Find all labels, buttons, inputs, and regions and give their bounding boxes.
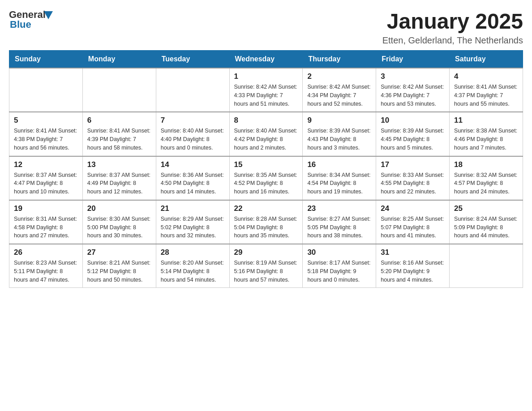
day-info: Sunrise: 8:30 AM Sunset: 5:00 PM Dayligh… xyxy=(87,215,151,240)
day-number: 10 xyxy=(381,116,445,125)
calendar-cell xyxy=(9,68,83,112)
day-info: Sunrise: 8:41 AM Sunset: 4:38 PM Dayligh… xyxy=(14,127,78,152)
title-section: January 2025 Etten, Gelderland, The Neth… xyxy=(382,9,523,46)
day-number: 23 xyxy=(307,204,371,213)
calendar-cell: 18Sunrise: 8:32 AM Sunset: 4:57 PM Dayli… xyxy=(450,156,523,200)
day-info: Sunrise: 8:31 AM Sunset: 4:58 PM Dayligh… xyxy=(14,215,78,240)
weekday-header-saturday: Saturday xyxy=(450,51,523,68)
day-info: Sunrise: 8:39 AM Sunset: 4:43 PM Dayligh… xyxy=(307,127,371,152)
page-header: General Blue January 2025 Etten, Gelderl… xyxy=(9,9,523,46)
weekday-header-tuesday: Tuesday xyxy=(156,51,229,68)
weekday-header-wednesday: Wednesday xyxy=(229,51,303,68)
calendar-cell xyxy=(450,244,523,288)
day-info: Sunrise: 8:32 AM Sunset: 4:57 PM Dayligh… xyxy=(454,171,518,196)
calendar-cell: 21Sunrise: 8:29 AM Sunset: 5:02 PM Dayli… xyxy=(156,200,229,244)
day-number: 30 xyxy=(307,248,371,257)
day-info: Sunrise: 8:20 AM Sunset: 5:14 PM Dayligh… xyxy=(161,259,225,284)
day-info: Sunrise: 8:24 AM Sunset: 5:09 PM Dayligh… xyxy=(454,215,518,240)
calendar-cell: 27Sunrise: 8:21 AM Sunset: 5:12 PM Dayli… xyxy=(82,244,156,288)
day-info: Sunrise: 8:29 AM Sunset: 5:02 PM Dayligh… xyxy=(161,215,225,240)
day-info: Sunrise: 8:41 AM Sunset: 4:39 PM Dayligh… xyxy=(87,127,151,152)
calendar-cell: 6Sunrise: 8:41 AM Sunset: 4:39 PM Daylig… xyxy=(82,112,156,156)
day-number: 27 xyxy=(87,248,151,257)
weekday-header-sunday: Sunday xyxy=(9,51,83,68)
day-number: 25 xyxy=(454,204,518,213)
logo: General Blue xyxy=(9,9,53,30)
weekday-header-row: SundayMondayTuesdayWednesdayThursdayFrid… xyxy=(9,51,523,68)
day-number: 3 xyxy=(381,72,445,81)
calendar-cell: 24Sunrise: 8:25 AM Sunset: 5:07 PM Dayli… xyxy=(376,200,450,244)
day-number: 2 xyxy=(307,72,371,81)
day-info: Sunrise: 8:37 AM Sunset: 4:47 PM Dayligh… xyxy=(14,171,78,196)
day-info: Sunrise: 8:40 AM Sunset: 4:42 PM Dayligh… xyxy=(234,127,298,152)
day-number: 9 xyxy=(307,116,371,125)
day-info: Sunrise: 8:42 AM Sunset: 4:34 PM Dayligh… xyxy=(307,83,371,108)
calendar-cell: 13Sunrise: 8:37 AM Sunset: 4:49 PM Dayli… xyxy=(82,156,156,200)
day-info: Sunrise: 8:38 AM Sunset: 4:46 PM Dayligh… xyxy=(454,127,518,152)
day-number: 6 xyxy=(87,116,151,125)
calendar-cell: 31Sunrise: 8:16 AM Sunset: 5:20 PM Dayli… xyxy=(376,244,450,288)
location-subtitle: Etten, Gelderland, The Netherlands xyxy=(382,35,523,46)
day-number: 12 xyxy=(14,160,78,169)
calendar-cell: 19Sunrise: 8:31 AM Sunset: 4:58 PM Dayli… xyxy=(9,200,83,244)
day-info: Sunrise: 8:33 AM Sunset: 4:55 PM Dayligh… xyxy=(381,171,445,196)
calendar-cell: 1Sunrise: 8:42 AM Sunset: 4:33 PM Daylig… xyxy=(229,68,303,112)
calendar-cell: 28Sunrise: 8:20 AM Sunset: 5:14 PM Dayli… xyxy=(156,244,229,288)
day-number: 28 xyxy=(161,248,225,257)
week-row-3: 12Sunrise: 8:37 AM Sunset: 4:47 PM Dayli… xyxy=(9,156,523,200)
day-info: Sunrise: 8:25 AM Sunset: 5:07 PM Dayligh… xyxy=(381,215,445,240)
calendar-cell: 16Sunrise: 8:34 AM Sunset: 4:54 PM Dayli… xyxy=(303,156,376,200)
week-row-2: 5Sunrise: 8:41 AM Sunset: 4:38 PM Daylig… xyxy=(9,112,523,156)
calendar-cell: 3Sunrise: 8:42 AM Sunset: 4:36 PM Daylig… xyxy=(376,68,450,112)
calendar-cell: 14Sunrise: 8:36 AM Sunset: 4:50 PM Dayli… xyxy=(156,156,229,200)
calendar-cell: 2Sunrise: 8:42 AM Sunset: 4:34 PM Daylig… xyxy=(303,68,376,112)
calendar-cell: 8Sunrise: 8:40 AM Sunset: 4:42 PM Daylig… xyxy=(229,112,303,156)
calendar-cell: 20Sunrise: 8:30 AM Sunset: 5:00 PM Dayli… xyxy=(82,200,156,244)
day-info: Sunrise: 8:39 AM Sunset: 4:45 PM Dayligh… xyxy=(381,127,445,152)
day-info: Sunrise: 8:40 AM Sunset: 4:40 PM Dayligh… xyxy=(161,127,225,152)
calendar-cell xyxy=(156,68,229,112)
calendar-cell: 9Sunrise: 8:39 AM Sunset: 4:43 PM Daylig… xyxy=(303,112,376,156)
day-number: 26 xyxy=(14,248,78,257)
day-number: 13 xyxy=(87,160,151,169)
weekday-header-friday: Friday xyxy=(376,51,450,68)
day-info: Sunrise: 8:23 AM Sunset: 5:11 PM Dayligh… xyxy=(14,259,78,284)
day-number: 4 xyxy=(454,72,518,81)
day-info: Sunrise: 8:27 AM Sunset: 5:05 PM Dayligh… xyxy=(307,215,371,240)
day-info: Sunrise: 8:21 AM Sunset: 5:12 PM Dayligh… xyxy=(87,259,151,284)
calendar-cell: 22Sunrise: 8:28 AM Sunset: 5:04 PM Dayli… xyxy=(229,200,303,244)
day-number: 17 xyxy=(381,160,445,169)
calendar-cell: 5Sunrise: 8:41 AM Sunset: 4:38 PM Daylig… xyxy=(9,112,83,156)
day-info: Sunrise: 8:17 AM Sunset: 5:18 PM Dayligh… xyxy=(307,259,371,284)
calendar-cell: 26Sunrise: 8:23 AM Sunset: 5:11 PM Dayli… xyxy=(9,244,83,288)
day-info: Sunrise: 8:41 AM Sunset: 4:37 PM Dayligh… xyxy=(454,83,518,108)
calendar-cell: 25Sunrise: 8:24 AM Sunset: 5:09 PM Dayli… xyxy=(450,200,523,244)
day-number: 11 xyxy=(454,116,518,125)
day-info: Sunrise: 8:16 AM Sunset: 5:20 PM Dayligh… xyxy=(381,259,445,284)
day-number: 5 xyxy=(14,116,78,125)
calendar-cell: 23Sunrise: 8:27 AM Sunset: 5:05 PM Dayli… xyxy=(303,200,376,244)
calendar-table: SundayMondayTuesdayWednesdayThursdayFrid… xyxy=(9,50,523,288)
day-number: 19 xyxy=(14,204,78,213)
day-number: 16 xyxy=(307,160,371,169)
day-number: 31 xyxy=(381,248,445,257)
day-info: Sunrise: 8:42 AM Sunset: 4:36 PM Dayligh… xyxy=(381,83,445,108)
week-row-4: 19Sunrise: 8:31 AM Sunset: 4:58 PM Dayli… xyxy=(9,200,523,244)
day-number: 15 xyxy=(234,160,298,169)
day-info: Sunrise: 8:42 AM Sunset: 4:33 PM Dayligh… xyxy=(234,83,298,108)
day-info: Sunrise: 8:19 AM Sunset: 5:16 PM Dayligh… xyxy=(234,259,298,284)
week-row-5: 26Sunrise: 8:23 AM Sunset: 5:11 PM Dayli… xyxy=(9,244,523,288)
calendar-cell: 17Sunrise: 8:33 AM Sunset: 4:55 PM Dayli… xyxy=(376,156,450,200)
calendar-cell: 12Sunrise: 8:37 AM Sunset: 4:47 PM Dayli… xyxy=(9,156,83,200)
calendar-cell xyxy=(82,68,156,112)
day-number: 8 xyxy=(234,116,298,125)
day-info: Sunrise: 8:35 AM Sunset: 4:52 PM Dayligh… xyxy=(234,171,298,196)
day-info: Sunrise: 8:34 AM Sunset: 4:54 PM Dayligh… xyxy=(307,171,371,196)
calendar-cell: 29Sunrise: 8:19 AM Sunset: 5:16 PM Dayli… xyxy=(229,244,303,288)
calendar-cell: 11Sunrise: 8:38 AM Sunset: 4:46 PM Dayli… xyxy=(450,112,523,156)
calendar-cell: 4Sunrise: 8:41 AM Sunset: 4:37 PM Daylig… xyxy=(450,68,523,112)
calendar-cell: 30Sunrise: 8:17 AM Sunset: 5:18 PM Dayli… xyxy=(303,244,376,288)
calendar-cell: 10Sunrise: 8:39 AM Sunset: 4:45 PM Dayli… xyxy=(376,112,450,156)
day-info: Sunrise: 8:36 AM Sunset: 4:50 PM Dayligh… xyxy=(161,171,225,196)
day-number: 24 xyxy=(381,204,445,213)
